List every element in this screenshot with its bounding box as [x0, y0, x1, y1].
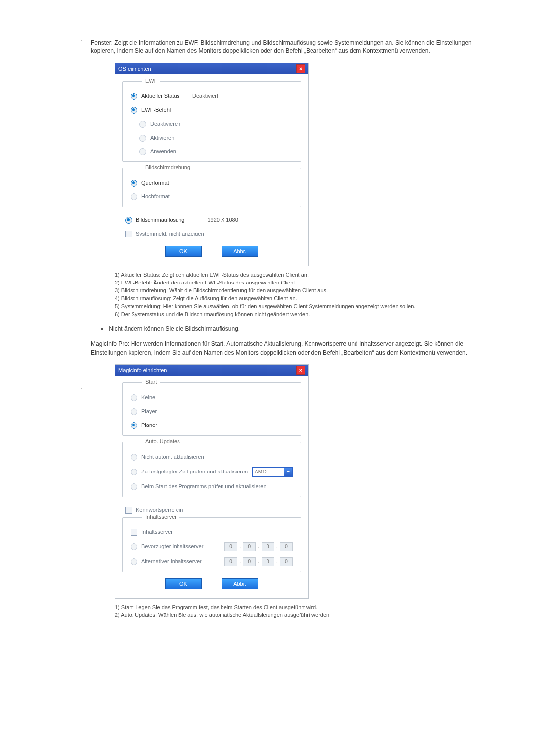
list-item: 2) Auto. Updates: Wählen Sie aus, wie au… [115, 612, 475, 619]
intro-text-1: Fenster: Zeigt die Informationen zu EWF,… [91, 39, 475, 56]
label-aktivieren: Aktivieren [150, 134, 174, 142]
label-anwenden: Anwenden [150, 148, 176, 156]
radio-ewf-befehl[interactable] [131, 107, 137, 114]
radio-alternate-server[interactable] [131, 558, 137, 565]
radio-preferred-server[interactable] [131, 543, 137, 550]
dialog-magicinfo-einrichten: MagicInfo einrichten × Start Keine Playe… [115, 364, 309, 599]
list-item: 5) Systemmeldung: Hier können Sie auswäh… [115, 303, 475, 311]
dialog-title: MagicInfo einrichten [118, 365, 167, 376]
chevron-down-icon [284, 468, 292, 476]
label-no-auto: Nicht autom. aktualisieren [141, 453, 204, 461]
ip-input-alternate[interactable]: 0. 0. 0. 0 [224, 557, 293, 566]
value-current-status: Deaktiviert [192, 93, 218, 100]
label-hochformat: Hochformat [141, 193, 170, 201]
label-current-status: Aktueller Status [141, 93, 179, 100]
radio-aktivieren[interactable] [139, 135, 146, 142]
label-querformat: Querformat [141, 179, 169, 187]
group-legend-auto-updates: Auto. Updates [142, 438, 183, 446]
radio-current-status[interactable] [131, 93, 137, 100]
radio-start-keine[interactable] [131, 394, 137, 401]
radio-resolution[interactable] [125, 217, 132, 224]
label-start-planer: Planer [141, 422, 157, 429]
cancel-button[interactable]: Abbr. [222, 246, 258, 257]
dialog-title: OS einrichten [118, 63, 151, 74]
radio-at-time[interactable] [131, 469, 137, 475]
notes-list-1: 1) Aktueller Status: Zeigt den aktuellen… [115, 271, 475, 319]
close-icon[interactable]: × [296, 64, 305, 73]
notes-list-2: 1) Start: Legen Sie das Programm fest, d… [115, 604, 475, 619]
label-alternate-server: Alternativer Inhaltsserver [141, 558, 202, 566]
checkbox-sysmsg[interactable] [125, 231, 132, 237]
checkbox-pwlock[interactable] [125, 507, 132, 514]
label-start-keine: Keine [141, 394, 155, 402]
label-sysmsg: Systemmeld. nicht anzeigen [136, 230, 204, 238]
radio-start-planer[interactable] [131, 422, 137, 429]
dialog-os-einrichten: OS einrichten × EWF Aktueller Status Dea… [115, 63, 309, 266]
radio-start-player[interactable] [131, 408, 137, 415]
list-item: 1) Aktueller Status: Zeigt den aktuellen… [115, 271, 475, 279]
time-dropdown[interactable]: AM12 [252, 467, 293, 477]
label-inhaltsserver: Inhaltsserver [141, 528, 173, 536]
group-legend-start: Start [142, 378, 160, 386]
radio-deaktivieren[interactable] [139, 121, 146, 128]
label-on-start: Beim Start des Programms prüfen und aktu… [141, 483, 267, 491]
ok-button[interactable]: OK [165, 578, 202, 589]
ok-button[interactable]: OK [165, 246, 202, 257]
list-item: 2) EWF-Befehl: Ändert den aktuellen EWF-… [115, 279, 475, 287]
group-legend-ewf: EWF [142, 77, 160, 85]
ip-input-preferred[interactable]: 0. 0. 0. 0 [224, 542, 293, 551]
checkbox-inhaltsserver[interactable] [131, 529, 137, 536]
cancel-button[interactable]: Abbr. [222, 578, 258, 589]
label-ewf-befehl: EWF-Befehl [141, 106, 171, 114]
bullet-icon [101, 328, 103, 330]
radio-on-start[interactable] [131, 483, 137, 490]
list-marker: ⋮ [79, 387, 84, 394]
bullet-note: Nicht ändern können Sie die Bildschirmau… [101, 325, 475, 333]
list-item: 1) Start: Legen Sie das Programm fest, d… [115, 604, 475, 612]
label-resolution: Bildschirmauflösung [136, 216, 184, 224]
label-start-player: Player [141, 408, 157, 416]
list-marker: ⋮ [79, 39, 84, 46]
list-item: 3) Bildschirmdrehung: Wählt die Bildschi… [115, 287, 475, 295]
list-item: 6) Der Systemstatus und die Bildschirmau… [115, 311, 475, 319]
list-item: 4) Bildschirmauflösung: Zeigt die Auflös… [115, 295, 475, 303]
intro-text-2: MagicInfo Pro: Hier werden Informationen… [91, 340, 475, 357]
radio-anwenden[interactable] [139, 148, 146, 155]
time-value: AM12 [255, 469, 267, 476]
label-preferred-server: Bevorzugter Inhaltsserver [141, 543, 203, 551]
radio-querformat[interactable] [131, 180, 137, 187]
value-resolution: 1920 X 1080 [207, 216, 238, 224]
group-legend-inhaltsserver: Inhaltsserver [142, 513, 179, 521]
label-deaktivieren: Deaktivieren [150, 120, 180, 128]
group-legend-rotation: Bildschirmdrehung [142, 164, 193, 172]
radio-hochformat[interactable] [131, 193, 137, 200]
close-icon[interactable]: × [296, 366, 305, 375]
radio-no-auto[interactable] [131, 454, 137, 461]
label-at-time: Zu festgelegter Zeit prüfen und aktualis… [141, 468, 248, 476]
